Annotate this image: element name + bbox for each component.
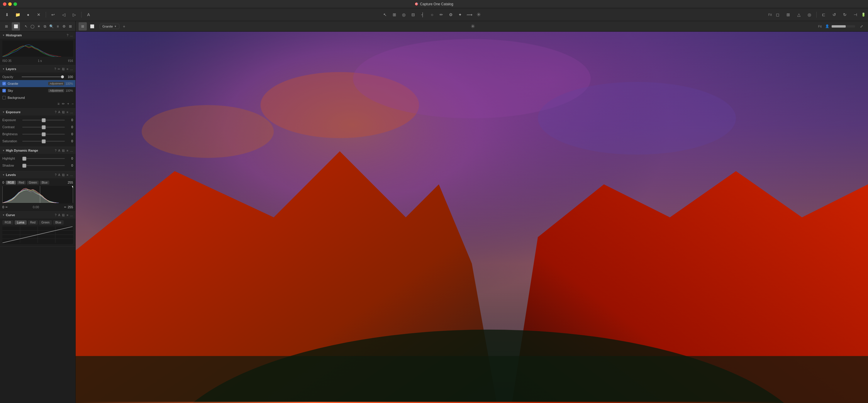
import-button[interactable]: ⬇ <box>2 10 12 19</box>
curve-tab-green[interactable]: Green <box>39 220 52 225</box>
levels-link[interactable]: ⛓ <box>62 173 65 177</box>
layers-align-btn[interactable]: ≡ <box>58 102 60 106</box>
brightness-slider-control[interactable] <box>22 132 65 136</box>
layers-header[interactable]: ▼ Layers ? ✏ ⛓ ≡ … <box>0 65 75 72</box>
layers-link[interactable]: ⛓ <box>62 67 65 71</box>
ruler-tool[interactable]: ┤ <box>418 10 427 19</box>
search-panel-tool[interactable]: 🔍 <box>49 22 54 31</box>
clone-tool[interactable]: ⚙ <box>446 10 456 19</box>
crop-tool[interactable]: ⊞ <box>390 10 399 19</box>
contrast-slider-control[interactable] <box>22 125 65 129</box>
brightness-slider-nub[interactable] <box>42 132 46 136</box>
layers-panel-tool[interactable]: ⧉ <box>42 22 48 31</box>
curve-edit[interactable]: A <box>58 214 60 217</box>
hdr-more[interactable]: … <box>70 149 73 152</box>
levels-tab-green[interactable]: Green <box>27 181 39 185</box>
layers-brush-btn[interactable]: ✏ <box>62 102 65 106</box>
add-variant-btn[interactable]: + <box>121 23 128 30</box>
levels-more[interactable]: … <box>70 173 73 177</box>
levels-header[interactable]: ▼ Levels ? A ⛓ ≡ … <box>0 171 75 178</box>
image-single-view-btn[interactable]: ⬜ <box>88 22 96 31</box>
exposure-panel-tool[interactable]: ☀ <box>36 22 41 31</box>
curve-link[interactable]: ⛓ <box>62 214 65 217</box>
layers-more[interactable]: … <box>70 67 73 71</box>
levels-tab-blue[interactable]: Blue <box>40 181 49 185</box>
shadow-slider-nub[interactable] <box>22 164 26 168</box>
variant-selector[interactable]: Granite ▼ <box>100 24 119 29</box>
mirror-btn[interactable]: ⊣ <box>851 10 860 19</box>
levels-eyedropper-left[interactable]: ✒ <box>5 205 8 209</box>
levels-tab-red[interactable]: Red <box>17 181 26 185</box>
contrast-slider-nub[interactable] <box>42 125 46 129</box>
hdr-help[interactable]: ? <box>55 149 57 152</box>
curve-more[interactable]: … <box>70 214 73 217</box>
curve-list[interactable]: ≡ <box>67 214 68 217</box>
minimize-button[interactable] <box>8 2 12 6</box>
rotate-right-btn[interactable]: ↻ <box>840 10 849 19</box>
exposure-edit[interactable]: A <box>58 111 60 114</box>
layer-checkbox-sky[interactable] <box>2 89 6 92</box>
heal-tool[interactable]: ✦ <box>456 10 465 19</box>
gear-tool[interactable]: ⚙ <box>62 22 67 31</box>
curve-tab-red[interactable]: Red <box>28 220 38 225</box>
levels-tab-rgb[interactable]: RGB <box>6 181 16 185</box>
levels-help[interactable]: ? <box>55 173 57 177</box>
single-view-btn[interactable]: ⬜ <box>12 22 20 31</box>
image-grid-view-btn[interactable]: ⊞ <box>79 22 87 31</box>
layers-remove-btn[interactable]: − <box>71 102 73 106</box>
layers-edit[interactable]: ✏ <box>58 67 60 71</box>
saturation-slider-nub[interactable] <box>42 139 46 144</box>
levels-edit[interactable]: A <box>58 173 60 177</box>
curve-header[interactable]: ▼ Curve ? A ⛓ ≡ … <box>0 212 75 218</box>
open-button[interactable]: 📁 <box>13 10 22 19</box>
grid-btn[interactable]: ⊞ <box>783 10 793 19</box>
exposure-slider-control[interactable] <box>22 118 65 122</box>
saturation-slider-control[interactable] <box>22 139 65 144</box>
layers-help[interactable]: ? <box>55 67 56 71</box>
grid-view-btn[interactable]: ⊞ <box>2 22 10 31</box>
text-tool-button[interactable]: A <box>84 10 93 19</box>
layers-add-btn[interactable]: + <box>67 102 69 106</box>
transform-tool[interactable]: ⊟ <box>408 10 418 19</box>
histogram-header[interactable]: ▼ Histogram ? … <box>0 32 75 39</box>
ellipse-tool[interactable]: ○ <box>427 10 437 19</box>
layer-item-background[interactable]: Background <box>0 94 75 101</box>
curve-tab-blue[interactable]: Blue <box>53 220 64 225</box>
exposure-slider-nub[interactable] <box>42 118 46 122</box>
histogram-more[interactable]: … <box>70 34 73 37</box>
fullscreen-btn[interactable]: ⤢ <box>858 22 866 31</box>
exposure-help[interactable]: ? <box>55 111 57 114</box>
layer-item-granite[interactable]: Granite Adjustment 100% <box>0 80 75 87</box>
cursor-tool[interactable]: ↖ <box>24 22 29 31</box>
dot-button[interactable]: ● <box>24 10 33 19</box>
levels-eyedropper-right[interactable]: ✒ <box>64 205 67 209</box>
levels-list[interactable]: ≡ <box>67 173 68 177</box>
exposure-header[interactable]: ▼ Exposure ? A ⛓ ≡ … <box>0 108 75 116</box>
opacity-slider-thumb[interactable] <box>61 75 64 78</box>
maximize-button[interactable] <box>13 2 17 6</box>
exposure-list[interactable]: ≡ <box>67 111 68 114</box>
brush-tool[interactable]: ✏ <box>437 10 446 19</box>
layer-item-sky[interactable]: Sky Adjustment 100% <box>0 87 75 94</box>
hdr-header[interactable]: ▼ High Dynamic Range ? A ⛓ ≡ … <box>0 147 75 154</box>
export-tool[interactable]: ⊞ <box>68 22 73 31</box>
close-button[interactable] <box>3 2 6 6</box>
layer-checkbox-background[interactable] <box>2 96 6 99</box>
histogram-help[interactable]: ? <box>67 34 68 37</box>
curve-tab-luma[interactable]: Luma <box>15 220 27 225</box>
exposure-more[interactable]: … <box>70 111 73 114</box>
highlight-slider-control[interactable] <box>22 156 65 161</box>
select-tool[interactable]: ↖ <box>380 10 390 19</box>
focus-mask-btn[interactable]: ◎ <box>805 10 814 19</box>
warning-btn[interactable]: △ <box>794 10 804 19</box>
curve-tab-rgb[interactable]: RGB <box>2 220 13 225</box>
layers-list[interactable]: ≡ <box>67 67 68 71</box>
tag-tool[interactable]: ◯ <box>30 22 35 31</box>
forward-button[interactable]: ▷ <box>69 10 79 19</box>
back-button[interactable]: ◁ <box>59 10 68 19</box>
layer-checkbox-granite[interactable] <box>2 82 6 85</box>
rotate-left-btn[interactable]: ↺ <box>830 10 839 19</box>
shadow-slider-control[interactable] <box>22 163 65 168</box>
compare-btn[interactable]: ⊏ <box>819 10 829 19</box>
window-controls[interactable] <box>3 2 17 6</box>
